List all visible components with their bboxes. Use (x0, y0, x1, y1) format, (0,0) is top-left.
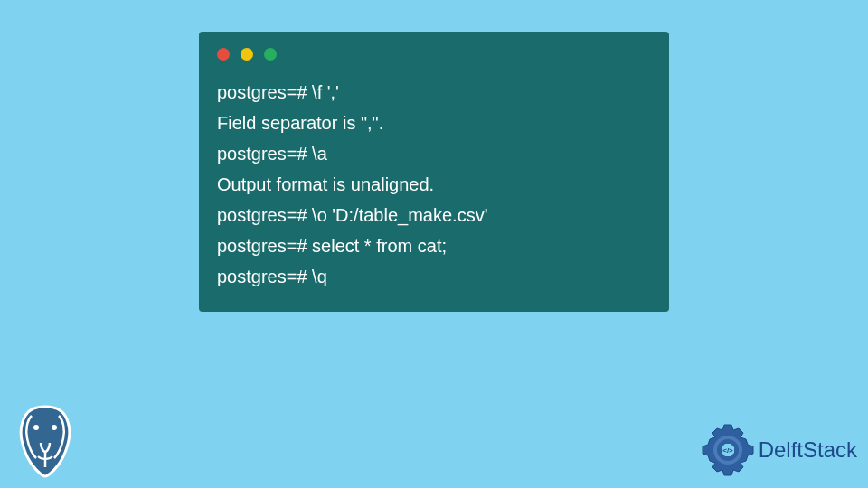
terminal-line: Field separator is ",". (217, 108, 651, 138)
terminal-line: postgres=# select * from cat; (217, 230, 651, 261)
svg-text:</>: </> (722, 446, 733, 455)
svg-point-0 (33, 425, 39, 430)
terminal-line: postgres=# \a (217, 138, 651, 169)
delftstack-emblem-icon: </> (701, 423, 755, 477)
terminal-window: postgres=# \f ',' Field separator is ","… (199, 32, 669, 312)
maximize-dot-icon (264, 48, 277, 61)
close-dot-icon (217, 48, 230, 61)
delftstack-brand-text: DelftStack (759, 437, 857, 463)
svg-point-1 (52, 425, 57, 430)
delftstack-logo: </> DelftStack (701, 423, 857, 477)
terminal-line: postgres=# \f ',' (217, 77, 651, 108)
terminal-content: postgres=# \f ',' Field separator is ","… (217, 77, 651, 292)
terminal-line: Output format is unaligned. (217, 169, 651, 200)
terminal-line: postgres=# \q (217, 261, 651, 292)
postgresql-logo-icon (9, 402, 81, 479)
terminal-line: postgres=# \o 'D:/table_make.csv' (217, 200, 651, 230)
minimize-dot-icon (241, 48, 253, 61)
window-controls (217, 48, 651, 61)
